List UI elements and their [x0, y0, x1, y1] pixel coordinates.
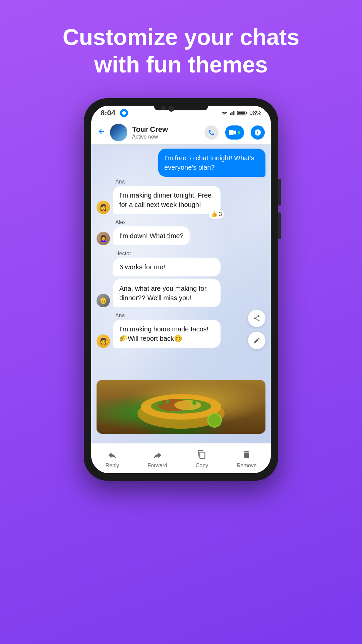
phone-screen: 8:04 [91, 106, 271, 473]
message-row: Ana 👩 I'm making dinner tonight. Free fo… [97, 179, 265, 214]
chat-area: I'm free to chat tonight! What's everyon… [91, 145, 271, 443]
forward-icon [152, 448, 164, 461]
svg-rect-1 [230, 113, 231, 115]
message-bubble: Ana, what are you making for dinner?? We… [113, 279, 221, 307]
msg-with-avatar: 👩‍🦱 I'm down! What time? [97, 226, 190, 245]
group-avatar [110, 124, 127, 141]
message-bubble: 6 works for me! [113, 258, 221, 276]
message-bubble: I'm free to chat tonight! What's everyon… [158, 149, 265, 177]
message-row: Hector 👴 6 works for me! Ana, what are y… [97, 251, 265, 307]
remove-label: Remove [237, 463, 257, 469]
side-button-1 [278, 179, 281, 206]
edit-button[interactable] [248, 332, 265, 349]
video-button[interactable] [225, 125, 244, 140]
forward-action[interactable]: Forward [147, 448, 167, 469]
status-right: 98% [221, 110, 261, 117]
svg-point-17 [166, 400, 169, 404]
messenger-icon [120, 109, 128, 117]
headline: Customize your chats with fun themes [36, 23, 326, 78]
message-bubble: I'm making home made tacos! 🌮Will report… [113, 320, 221, 348]
svg-point-13 [174, 400, 201, 410]
svg-point-18 [192, 401, 196, 405]
remove-action[interactable]: Remove [237, 448, 257, 469]
taco-overlay [97, 380, 265, 434]
svg-rect-6 [246, 112, 247, 114]
svg-rect-2 [231, 112, 232, 115]
msg-with-avatar: 👴 6 works for me! Ana, what are you maki… [97, 258, 221, 307]
sender-name: Alex [115, 219, 126, 225]
copy-action[interactable]: Copy [196, 448, 208, 469]
message-row: I'm free to chat tonight! What's everyon… [97, 149, 265, 177]
back-button[interactable] [97, 127, 105, 138]
info-button[interactable] [251, 125, 265, 140]
action-bar: Reply Forward Copy [91, 443, 271, 473]
side-icons [248, 310, 265, 349]
sender-name: Ana [115, 179, 125, 185]
battery-label: 98% [249, 110, 261, 117]
msg-with-avatar: 👩 I'm making dinner tonight. Free for a … [97, 186, 221, 214]
messages-container: I'm free to chat tonight! What's everyon… [91, 145, 271, 352]
svg-rect-7 [238, 112, 245, 115]
svg-rect-4 [234, 111, 235, 115]
avatar-alex: 👩‍🦱 [97, 232, 110, 245]
svg-rect-8 [229, 130, 234, 135]
svg-point-16 [159, 401, 163, 406]
reply-action[interactable]: Reply [105, 448, 119, 469]
reply-label: Reply [105, 463, 119, 469]
header-icons [204, 125, 265, 140]
svg-point-15 [208, 414, 221, 426]
reply-icon [106, 448, 118, 461]
svg-point-0 [224, 115, 225, 115]
message-row: Ana 👩 I'm making home made tacos! 🌮Will … [97, 313, 265, 348]
share-button[interactable] [248, 310, 265, 327]
message-row: Alex 👩‍🦱 I'm down! What time? [97, 219, 265, 245]
status-time: 8:04 [101, 109, 115, 117]
reaction-badge: 👍 👍 33 [209, 210, 224, 219]
copy-label: Copy [196, 463, 208, 469]
food-image [97, 380, 265, 434]
side-button-2 [278, 212, 281, 239]
chat-name: Tour Crew [132, 125, 200, 134]
chat-active-status: Active now [132, 134, 200, 140]
chat-name-area: Tour Crew Active now [132, 125, 200, 140]
chat-header: Tour Crew Active now [91, 120, 271, 145]
copy-icon [196, 448, 208, 461]
phone-device: 8:04 [84, 98, 278, 481]
forward-label: Forward [147, 463, 167, 469]
avatar-ana: 👩 [97, 201, 110, 214]
sender-name: Ana [115, 313, 125, 319]
remove-icon [241, 448, 253, 461]
avatar-ana-2: 👩 [97, 334, 110, 348]
sender-name: Hector [115, 251, 131, 257]
msg-with-avatar: 👩 I'm making home made tacos! 🌮Will repo… [97, 320, 221, 348]
avatar-hector: 👴 [97, 294, 110, 307]
call-button[interactable] [204, 125, 219, 140]
message-bubble: I'm making dinner tonight. Free for a ca… [113, 186, 221, 214]
svg-rect-3 [233, 111, 234, 115]
message-bubble: I'm down! What time? [113, 226, 190, 245]
